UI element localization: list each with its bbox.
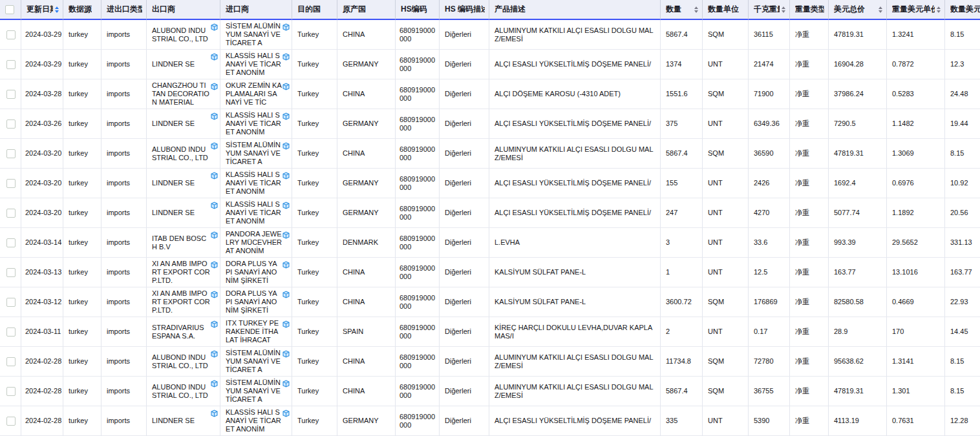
cell-text-origin: CHINA xyxy=(343,149,365,157)
row-checkbox[interactable] xyxy=(6,268,16,277)
table-row: 2024-03-20turkeyimportsLINDNER SEKLASSİS… xyxy=(0,198,980,228)
cell-kg_weight: 5390 xyxy=(749,406,790,436)
cell-usd_total: 28.9 xyxy=(829,317,887,347)
company-profile-icon[interactable] xyxy=(282,350,290,358)
row-checkbox[interactable] xyxy=(6,30,16,39)
cell-kg_weight: 4270 xyxy=(749,198,790,228)
row-checkbox[interactable] xyxy=(6,327,16,337)
row-checkbox[interactable] xyxy=(6,417,16,426)
row-checkbox[interactable] xyxy=(6,209,16,218)
company-profile-icon[interactable] xyxy=(211,380,218,388)
cell-quantity: 3600.72 xyxy=(661,287,703,317)
cell-date: 2024-02-28 xyxy=(21,377,63,406)
row-checkbox[interactable] xyxy=(6,298,16,307)
company-profile-icon[interactable] xyxy=(282,202,290,209)
row-checkbox[interactable] xyxy=(6,179,16,188)
trade-data-table-viewport: 更新日期数据源进出口类型出口商进口商目的国原产国HS编码HS 编码描述产品描述数… xyxy=(0,0,980,436)
cell-usd_total: 16904.28 xyxy=(829,50,887,79)
cell-text-product: KALSİYUM SÜLFAT PANE-L xyxy=(495,298,586,306)
cell-source: turkey xyxy=(63,109,101,139)
company-profile-icon[interactable] xyxy=(282,410,290,417)
company-profile-icon[interactable] xyxy=(211,53,218,61)
row-checkbox[interactable] xyxy=(6,238,16,247)
row-checkbox[interactable] xyxy=(6,90,16,99)
cell-text-quantity_unit: SQM xyxy=(708,90,724,98)
cell-text-quantity: 3 xyxy=(666,238,670,246)
select-all-checkbox[interactable] xyxy=(5,5,14,14)
cell-text-usd_per_qty: 20.56 xyxy=(950,209,968,216)
cell-text-hs_code: 680919000000 xyxy=(399,324,435,340)
cell-text-destination: Turkey xyxy=(297,238,319,246)
company-profile-icon[interactable] xyxy=(282,53,290,61)
company-profile-icon[interactable] xyxy=(282,23,290,31)
cell-quantity_unit: UNT xyxy=(703,169,749,198)
cell-usd_per_weight: 170 xyxy=(887,317,945,347)
cell-select xyxy=(0,406,21,436)
company-profile-icon[interactable] xyxy=(282,231,290,239)
cell-kg_weight: 36755 xyxy=(749,377,790,406)
company-profile-icon[interactable] xyxy=(211,202,218,209)
row-checkbox[interactable] xyxy=(6,60,16,69)
company-profile-icon[interactable] xyxy=(211,172,218,180)
cell-destination: Turkey xyxy=(292,317,337,347)
column-header-date[interactable]: 更新日期 xyxy=(21,0,63,20)
cell-hs_desc: Diğerleri xyxy=(440,287,489,317)
sort-carets-icon xyxy=(879,6,882,13)
table-row: 2024-02-28turkeyimportsALUBOND INDUSTRIA… xyxy=(0,347,980,377)
row-checkbox[interactable] xyxy=(6,119,16,129)
cell-weight_type: 净重 xyxy=(790,169,829,198)
cell-text-usd_per_qty: 331.13 xyxy=(950,238,972,246)
cell-text-trade_type: imports xyxy=(107,90,130,98)
cell-usd_total: 37986.24 xyxy=(829,79,887,109)
company-profile-icon[interactable] xyxy=(211,291,218,298)
row-checkbox[interactable] xyxy=(6,387,16,396)
cell-date: 2024-03-11 xyxy=(21,317,63,347)
cell-hs_code: 680919000000 xyxy=(396,139,440,169)
table-row: 2024-02-28turkeyimportsLINDNER SEKLASSİS… xyxy=(0,406,980,436)
cell-usd_per_weight: 1.3069 xyxy=(887,139,945,169)
cell-kg_weight: 2426 xyxy=(749,169,790,198)
company-profile-icon[interactable] xyxy=(282,83,290,90)
row-checkbox[interactable] xyxy=(6,357,16,366)
company-profile-icon[interactable] xyxy=(211,112,218,120)
column-header-kg_weight[interactable]: 千克重量 xyxy=(749,0,790,20)
cell-text-hs_code: 680919000000 xyxy=(399,353,435,369)
row-checkbox[interactable] xyxy=(6,149,16,158)
company-profile-icon[interactable] xyxy=(282,112,290,120)
cell-hs_code: 680919000000 xyxy=(396,317,440,347)
company-profile-icon[interactable] xyxy=(211,23,218,31)
company-profile-icon[interactable] xyxy=(211,231,218,239)
cell-text-kg_weight: 36755 xyxy=(754,387,774,395)
company-profile-icon[interactable] xyxy=(211,142,218,150)
cell-hs_code: 680919000000 xyxy=(396,287,440,317)
column-header-usd_per_qty[interactable]: 数量美元单价 xyxy=(945,0,980,20)
cell-text-quantity_unit: UNT xyxy=(708,327,723,335)
company-profile-icon[interactable] xyxy=(211,410,218,417)
table-row: 2024-03-11turkeyimportsSTRADIVARIUS ESPA… xyxy=(0,317,980,347)
cell-hs_desc: Diğerleri xyxy=(440,198,489,228)
company-profile-icon[interactable] xyxy=(211,350,218,358)
column-header-quantity[interactable]: 数量 xyxy=(661,0,703,20)
cell-text-product: ALÇI ESASLI YÜKSELTİLMİŞ DÖŞEME PANELİ/ xyxy=(495,179,651,187)
company-profile-icon[interactable] xyxy=(211,261,218,269)
cell-text-importer: ITX TURKEY PERAKENDE İTHALAT İHRACAT xyxy=(226,319,279,344)
company-profile-icon[interactable] xyxy=(282,320,290,328)
cell-text-destination: Turkey xyxy=(297,119,319,127)
cell-select xyxy=(0,109,21,139)
company-profile-icon[interactable] xyxy=(282,380,290,388)
cell-usd_per_qty: 163.77 xyxy=(945,258,980,287)
company-profile-icon[interactable] xyxy=(282,291,290,298)
company-profile-icon[interactable] xyxy=(282,261,290,269)
company-profile-icon[interactable] xyxy=(282,172,290,180)
column-header-usd_per_weight[interactable]: 重量美元单价 xyxy=(887,0,945,20)
cell-origin: GERMANY xyxy=(337,198,396,228)
company-profile-icon[interactable] xyxy=(282,142,290,150)
cell-text-quantity: 3600.72 xyxy=(666,298,692,306)
column-header-usd_total[interactable]: 美元总价 xyxy=(829,0,887,20)
company-profile-icon[interactable] xyxy=(211,320,218,328)
cell-text-trade_type: imports xyxy=(107,357,130,365)
company-profile-icon[interactable] xyxy=(211,83,218,90)
cell-text-product: ALÇI ESASLI YÜKSELTİLMİŞ DÖŞEME PANELİ/ xyxy=(495,209,651,216)
cell-text-usd_total: 16904.28 xyxy=(834,60,864,68)
cell-select xyxy=(0,50,21,79)
